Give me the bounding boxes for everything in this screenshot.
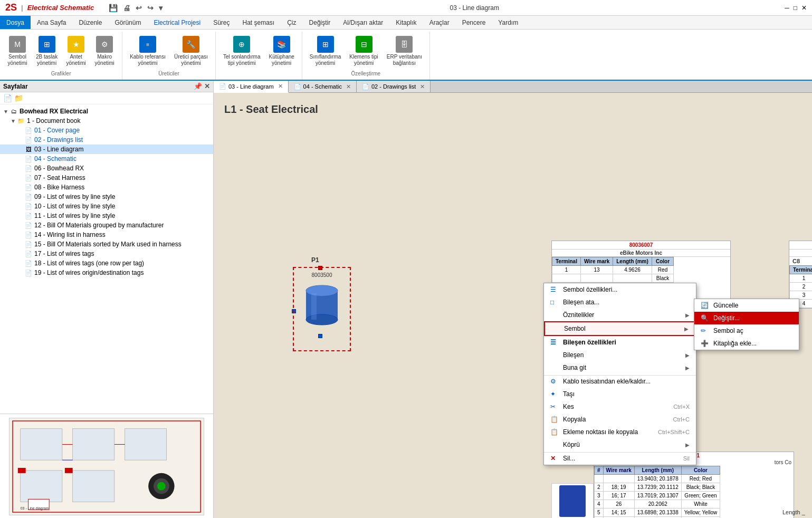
menu-anasayfa[interactable]: Ana Sayfa xyxy=(31,16,72,29)
drawing-canvas: L1 - Seat Electrical 8003500 xyxy=(214,93,812,518)
menu-buna-git[interactable]: Buna git xyxy=(544,361,696,374)
tree-item-p19[interactable]: 📄 19 - List of wires origin/destination … xyxy=(0,268,213,277)
tree-item-p09[interactable]: 📄 09 - List of wires by line style xyxy=(0,192,213,202)
kablo-referansi-button[interactable]: ≡ Kablo referansıyönetimi xyxy=(127,34,169,69)
menu-ekleme-noktasi[interactable]: 📋 Ekleme noktası ile kopyala Ctrl+Shift+… xyxy=(544,426,696,438)
sembol-yonetimi-button[interactable]: M Sembolyönetimi xyxy=(4,34,31,69)
menu-kes[interactable]: ✂ Kes Ctrl+X xyxy=(544,400,696,413)
tab-drawings-list[interactable]: 📄 02 - Drawings list ✕ xyxy=(357,81,431,92)
tab-close-schematic[interactable]: ✕ xyxy=(346,83,351,90)
menu-araclar[interactable]: Araçlar xyxy=(423,16,456,29)
klemens-tipi-button[interactable]: ⊟ Klemens tipiyönetimi xyxy=(346,34,381,69)
quick-access-toolbar[interactable]: 💾 🖨 ↩ ↪ ▾ xyxy=(107,4,164,12)
menu-bar: Dosya Ana Sayfa Düzenle Görünüm Electric… xyxy=(0,16,812,30)
degistir-icon: 🔍 xyxy=(701,314,709,322)
expand-icon[interactable]: ▼ xyxy=(2,108,9,115)
tel-sonlandirma-button[interactable]: ⊕ Tel sonlandırmatipi yönetimi xyxy=(220,34,264,69)
tree-item-p15[interactable]: 📄 15 - Bill Of Materials sorted by Mark … xyxy=(0,239,213,249)
pin-icon[interactable]: 📌 xyxy=(194,82,202,90)
tab-close-line-diagram[interactable]: ✕ xyxy=(278,83,283,90)
expand-icon-docbook[interactable]: ▼ xyxy=(9,117,17,124)
more-tools-icon[interactable]: ▾ xyxy=(157,4,164,12)
tree-item-p01[interactable]: 📄 01 - Cover page xyxy=(0,126,213,135)
new-page-icon[interactable]: 📄 xyxy=(3,94,12,102)
menu-dosya[interactable]: Dosya xyxy=(0,16,31,29)
submenu-kitapliga-ekle[interactable]: ➕ Kitaplığa ekle... xyxy=(694,337,799,350)
page-icon-p09: 📄 xyxy=(24,193,33,200)
tree-item-p07[interactable]: 📄 07 - Seat Harness xyxy=(0,173,213,183)
tree-item-p06[interactable]: 📄 06 - Bowhead RX xyxy=(0,164,213,173)
siniflandirma-button[interactable]: ⊞ Sınıflandırmayönetimi xyxy=(307,34,344,69)
tree-item-p10[interactable]: 📄 10 - List of wires by line style xyxy=(0,202,213,211)
tree-item-p04[interactable]: 📄 04 - Schematic xyxy=(0,154,213,164)
menu-tasi[interactable]: ✦ Taşı xyxy=(544,388,696,400)
menu-oznitelikler[interactable]: Öznitelikler xyxy=(544,309,696,321)
makro-yonetimi-button[interactable]: ⚙ Makroyönetimi xyxy=(91,34,118,69)
menu-kablo-ekle[interactable]: ⚙ Kablo tesisatından ekle/kaldır... xyxy=(544,375,696,388)
undo-icon[interactable]: ↩ xyxy=(134,4,144,12)
uretici-parcasi-button[interactable]: 🔧 Üretici parçasıyönetimi xyxy=(171,34,211,69)
tree-item-root[interactable]: ▼ 🗂 Bowhead RX Electrical xyxy=(0,107,213,116)
tab-bar: 📄 03 - Line diagram ✕ 📄 04 - Schematic ✕… xyxy=(214,81,812,93)
save-icon[interactable]: 💾 xyxy=(107,4,119,12)
menu-goruntum[interactable]: Görünüm xyxy=(108,16,147,29)
erp-baglantisi-button[interactable]: 🗄 ERP veritabanıbağlantısı xyxy=(384,34,425,69)
menu-degistir[interactable]: Değiştir xyxy=(303,16,337,29)
sidebar-header: Sayfalar 📌 ✕ xyxy=(0,81,213,92)
menu-bilesen-ata[interactable]: □ Bileşen ata... xyxy=(544,296,696,309)
menu-sembol-ozellikleri[interactable]: ☰ Sembol özellikleri... xyxy=(544,283,696,296)
tree-item-p12[interactable]: 📄 12 - Bill Of Materials grouped by manu… xyxy=(0,220,213,230)
table-row: 22422.6123 xyxy=(790,283,813,291)
tree-item-p03[interactable]: 🖼 03 - Line diagram xyxy=(0,145,213,154)
menu-kopru[interactable]: Köprü xyxy=(544,438,696,451)
submenu-degistir[interactable]: 🔍 Değiştir... xyxy=(694,312,799,324)
context-menu[interactable]: ☰ Sembol özellikleri... □ Bileşen ata...… xyxy=(543,283,696,465)
redo-icon[interactable]: ↪ xyxy=(146,4,155,12)
menu-duzenle[interactable]: Düzenle xyxy=(72,16,108,29)
page-icon-p10: 📄 xyxy=(24,203,33,210)
tree-item-p02[interactable]: 📄 02 - Drawings list xyxy=(0,135,213,145)
ureticiler-label: Üreticiler xyxy=(158,70,179,78)
menu-surec[interactable]: Süreç xyxy=(207,16,236,29)
tree-item-p14[interactable]: 📄 14 - Wiring list in harness xyxy=(0,230,213,239)
tree-item-p11[interactable]: 📄 11 - List of wires by line style xyxy=(0,211,213,220)
tree-item-p17[interactable]: 📄 17 - List of wires tags xyxy=(0,249,213,258)
tree-label-root: Bowhead RX Electrical xyxy=(20,108,88,115)
submenu-guncelle[interactable]: 🔄 Güncelle xyxy=(694,299,799,312)
close-icon[interactable]: ✕ xyxy=(801,4,807,12)
new-folder-icon[interactable]: 📁 xyxy=(14,94,23,102)
canvas-area[interactable]: L1 - Seat Electrical 8003500 xyxy=(214,93,812,518)
tree-item-docbook[interactable]: ▼ 📁 1 - Document book xyxy=(0,116,213,126)
tree-item-p18[interactable]: 📄 18 - List of wires tags (one row per t… xyxy=(0,258,213,268)
tree-label-p03: 03 - Line diagram xyxy=(34,146,83,153)
window-controls[interactable]: ─ □ ✕ xyxy=(785,4,807,12)
menu-al-disari[interactable]: Al/Dışarı aktar xyxy=(337,16,389,29)
sembol-submenu[interactable]: 🔄 Güncelle 🔍 Değiştir... ✏ Sembol aç ➕ K… xyxy=(694,299,799,350)
menu-ciz[interactable]: Çiz xyxy=(281,16,302,29)
menu-bilesen[interactable]: Bileşen xyxy=(544,349,696,361)
kutuphane-button[interactable]: 📚 Kütüphaneyönetimi xyxy=(265,34,297,69)
grafikler-label: Grafikler xyxy=(51,70,71,78)
tab-line-diagram[interactable]: 📄 03 - Line diagram ✕ xyxy=(214,81,289,93)
menu-kitaplik[interactable]: Kitaplık xyxy=(389,16,423,29)
svg-rect-2 xyxy=(21,429,62,460)
menu-yardim[interactable]: Yardım xyxy=(492,16,524,29)
submenu-sembol-ac[interactable]: ✏ Sembol aç xyxy=(694,324,799,337)
taslak-yonetimi-button[interactable]: ⊞ 2B taslakyönetimi xyxy=(33,34,61,69)
tab-schematic[interactable]: 📄 04 - Schematic ✕ xyxy=(289,81,357,92)
menu-hat-semasi[interactable]: Hat şeması xyxy=(236,16,281,29)
sidebar-title: Sayfalar xyxy=(3,83,28,90)
antet-yonetimi-button[interactable]: ★ Antetyönetimi xyxy=(63,34,89,69)
menu-kopyala[interactable]: 📋 Kopyala Ctrl+C xyxy=(544,413,696,426)
tree-item-p08[interactable]: 📄 08 - Bike Harness xyxy=(0,183,213,192)
menu-bilesen-ozellikleri[interactable]: ☰ Bileşen özellikleri xyxy=(544,336,696,349)
menu-sembol[interactable]: Sembol xyxy=(544,321,696,336)
tab-close-drawings[interactable]: ✕ xyxy=(420,83,425,90)
menu-pencere[interactable]: Pencere xyxy=(456,16,492,29)
menu-electrical-projesi[interactable]: Electrical Projesi xyxy=(147,16,207,29)
maximize-icon[interactable]: □ xyxy=(794,4,797,12)
sidebar-close-icon[interactable]: ✕ xyxy=(204,82,210,90)
menu-sil[interactable]: ✕ Sil... Sil xyxy=(544,452,696,465)
minimize-icon[interactable]: ─ xyxy=(785,4,789,12)
print-icon[interactable]: 🖨 xyxy=(121,4,132,12)
